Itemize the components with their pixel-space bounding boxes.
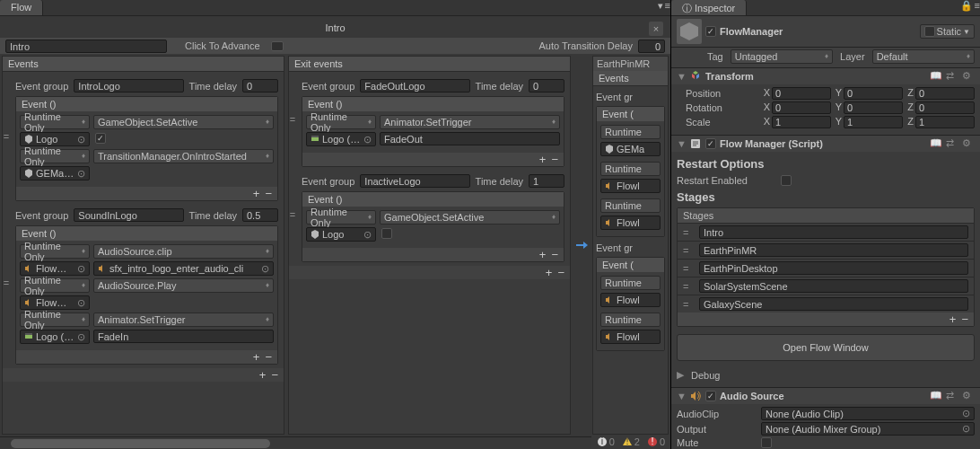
time-delay-input[interactable]: 0: [529, 79, 564, 92]
target-object-field[interactable]: Flowl: [600, 179, 661, 193]
rot-x-input[interactable]: 0: [772, 101, 831, 114]
static-dropdown[interactable]: Static ▼: [920, 24, 975, 39]
active-checkbox[interactable]: [705, 26, 716, 37]
function-dropdown[interactable]: AudioSource.clip♦: [93, 244, 274, 259]
target-object-field[interactable]: Flowl: [600, 330, 661, 344]
add-stage-button[interactable]: +: [949, 314, 957, 324]
param-text-input[interactable]: FadeOut: [380, 132, 560, 145]
scl-z-input[interactable]: 1: [915, 116, 975, 128]
runtime-dropdown[interactable]: Runtime: [600, 276, 661, 290]
drag-handle-icon[interactable]: =: [683, 299, 694, 310]
warning-badge[interactable]: !2: [622, 436, 640, 447]
panel-lock-icon[interactable]: ▾: [658, 0, 663, 12]
drag-handle-icon[interactable]: =: [683, 281, 694, 292]
add-event-button[interactable]: +: [253, 352, 260, 362]
stage-name-input[interactable]: Intro: [699, 225, 968, 239]
event-group-name-input[interactable]: IntroLogo: [74, 79, 183, 92]
gameobject-name[interactable]: FlowManager: [720, 26, 783, 37]
target-object-field[interactable]: FlowMana⊙: [20, 261, 90, 276]
remove-event-button[interactable]: −: [551, 250, 558, 260]
foldout-icon[interactable]: ▼: [677, 71, 686, 82]
drag-handle-icon[interactable]: =: [3, 201, 10, 365]
function-dropdown[interactable]: TransitionManager.OnIntroStarted♦: [93, 149, 274, 163]
runtime-dropdown[interactable]: Runtime: [600, 198, 661, 213]
pos-z-input[interactable]: 0: [915, 87, 975, 100]
info-badge[interactable]: i0: [597, 436, 615, 447]
runtime-dropdown[interactable]: Runtime Only♦: [20, 313, 90, 327]
gameobject-icon[interactable]: [677, 19, 702, 44]
time-delay-input[interactable]: 0.5: [242, 208, 278, 222]
remove-event-button[interactable]: −: [551, 154, 558, 164]
drag-handle-icon[interactable]: =: [289, 72, 296, 167]
panel-menu-icon[interactable]: ≡: [975, 0, 980, 12]
target-object-field[interactable]: Logo (Ani⊙: [306, 132, 376, 146]
panel-lock-icon[interactable]: 🔒: [960, 0, 973, 12]
target-object-field[interactable]: GEManage⊙: [20, 166, 90, 180]
error-badge[interactable]: !0: [647, 436, 665, 447]
scl-x-input[interactable]: 1: [772, 116, 831, 128]
preset-icon[interactable]: ⇄: [946, 390, 958, 402]
target-object-field[interactable]: FlowMana⊙: [20, 295, 90, 310]
stage-name-input[interactable]: EarthPinDesktop: [699, 261, 968, 275]
runtime-dropdown[interactable]: Runtime Only♦: [20, 278, 90, 293]
auto-delay-input[interactable]: 0: [638, 40, 665, 53]
tab-inspector[interactable]: ⓘInspector: [671, 0, 747, 15]
runtime-dropdown[interactable]: Runtime Only♦: [20, 115, 90, 129]
mute-checkbox[interactable]: [761, 437, 772, 448]
function-dropdown[interactable]: Animator.SetTrigger♦: [380, 115, 560, 129]
stage-name-input[interactable]: EarthPinMR: [699, 243, 968, 257]
target-object-field[interactable]: Logo⊙: [20, 132, 90, 146]
event-group-name-input[interactable]: InactiveLogo: [360, 174, 469, 188]
param-text-input[interactable]: FadeIn: [93, 330, 274, 343]
function-dropdown[interactable]: GameObject.SetActive♦: [380, 210, 560, 224]
runtime-dropdown[interactable]: Runtime: [600, 313, 661, 327]
rot-y-input[interactable]: 0: [844, 101, 903, 114]
restart-enabled-checkbox[interactable]: [781, 175, 792, 186]
drag-handle-icon[interactable]: =: [3, 72, 10, 201]
drag-handle-icon[interactable]: =: [683, 263, 694, 274]
target-object-field[interactable]: Logo (Ani⊙: [20, 330, 90, 344]
function-dropdown[interactable]: Animator.SetTrigger♦: [93, 313, 274, 327]
remove-stage-button[interactable]: −: [961, 314, 968, 324]
target-object-field[interactable]: GEMa: [600, 142, 661, 156]
runtime-dropdown[interactable]: Runtime Only♦: [20, 244, 90, 259]
gear-icon[interactable]: ⚙: [962, 390, 975, 402]
help-icon[interactable]: 📖: [930, 137, 942, 150]
layer-dropdown[interactable]: Default♦: [872, 49, 975, 64]
preset-icon[interactable]: ⇄: [946, 70, 958, 83]
add-event-button[interactable]: +: [253, 189, 260, 198]
help-icon[interactable]: 📖: [930, 390, 942, 402]
scl-y-input[interactable]: 1: [844, 116, 903, 128]
gear-icon[interactable]: ⚙: [962, 70, 975, 83]
foldout-icon[interactable]: ▼: [677, 391, 686, 401]
gear-icon[interactable]: ⚙: [962, 137, 975, 150]
drag-handle-icon[interactable]: =: [289, 167, 296, 262]
time-delay-input[interactable]: 0: [242, 79, 278, 92]
runtime-dropdown[interactable]: Runtime Only♦: [306, 115, 376, 129]
add-group-button[interactable]: +: [546, 268, 553, 277]
runtime-dropdown[interactable]: Runtime: [600, 125, 661, 139]
function-dropdown[interactable]: AudioSource.Play♦: [93, 278, 274, 293]
remove-group-button[interactable]: −: [271, 370, 278, 380]
param-checkbox[interactable]: [95, 133, 106, 144]
runtime-dropdown[interactable]: Runtime Only♦: [20, 149, 90, 163]
stage-name-input[interactable]: Intro: [5, 40, 167, 53]
pos-x-input[interactable]: 0: [772, 87, 831, 100]
time-delay-input[interactable]: 1: [529, 174, 564, 188]
open-flow-window-button[interactable]: Open Flow Window: [677, 334, 975, 361]
rot-z-input[interactable]: 0: [915, 101, 975, 114]
audioclip-field[interactable]: None (Audio Clip)⊙: [761, 407, 975, 420]
component-enabled-checkbox[interactable]: [705, 138, 716, 149]
stage-name-input[interactable]: GalaxyScene: [699, 297, 968, 311]
add-group-button[interactable]: +: [259, 370, 267, 380]
param-checkbox[interactable]: [381, 228, 392, 239]
drag-handle-icon[interactable]: =: [683, 245, 694, 256]
event-group-name-input[interactable]: SoundInLogo: [74, 208, 183, 222]
runtime-dropdown[interactable]: Runtime Only♦: [306, 210, 376, 224]
tab-flow[interactable]: Flow: [0, 0, 43, 15]
event-group-name-input[interactable]: FadeOutLogo: [360, 79, 469, 92]
close-icon[interactable]: ×: [649, 22, 663, 36]
param-object-field[interactable]: sfx_intro_logo_enter_audio_cli⊙: [93, 261, 274, 276]
static-checkbox[interactable]: [924, 26, 935, 37]
pos-y-input[interactable]: 0: [844, 87, 903, 100]
